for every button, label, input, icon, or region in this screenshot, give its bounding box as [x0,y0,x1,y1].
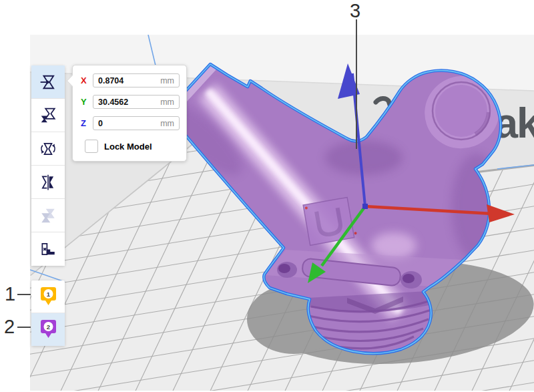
z-axis-label: Z [81,118,93,128]
mirror-icon [39,174,57,191]
svg-text:2: 2 [46,323,49,331]
move-icon [39,73,57,91]
model-badge-1-icon: 1 [39,286,57,307]
model-list-item-1[interactable]: 1 [31,280,65,313]
y-position-input[interactable]: 30.4562 mm [93,95,180,109]
rotate-icon [39,140,57,158]
callout-2-line [17,327,31,328]
y-position-value: 30.4562 [98,97,128,107]
z-position-input[interactable]: 0 mm [93,116,180,130]
model-list-item-2[interactable]: 2 [31,313,65,346]
callout-1-label: 1 [5,283,15,305]
tool-sidebar [31,65,65,266]
z-unit-label: mm [160,119,174,128]
y-unit-label: mm [160,97,174,107]
scale-icon [39,107,57,124]
lock-model-checkbox[interactable] [85,140,98,153]
tool-scale-button[interactable] [31,99,65,132]
gizmo-center[interactable] [362,204,368,209]
tool-move-button[interactable] [31,65,65,99]
per-model-settings-icon [39,207,57,224]
x-position-input[interactable]: 0.8704 mm [93,73,180,87]
callout-2-label: 2 [4,316,15,338]
svg-text:1: 1 [46,290,50,297]
tool-rotate-button[interactable] [31,132,65,166]
tool-per-model-settings-button[interactable] [31,199,65,232]
z-position-value: 0 [98,119,103,128]
x-axis-label: X [81,75,93,85]
x-position-value: 0.8704 [98,76,123,85]
y-axis-label: Y [81,97,93,107]
model-badge-2-icon: 2 [39,319,57,340]
model-list: 1 2 [31,280,65,346]
callout-3-line [356,19,357,149]
move-tool-panel: X 0.8704 mm Y 30.4562 mm Z 0 mm Lock Mod… [72,65,187,162]
lock-model-label: Lock Model [104,142,152,152]
callout-1-line [17,294,31,295]
x-unit-label: mm [160,76,174,85]
support-blocker-icon [39,240,57,258]
tool-mirror-button[interactable] [31,166,65,199]
tool-support-blocker-button[interactable] [31,232,65,266]
